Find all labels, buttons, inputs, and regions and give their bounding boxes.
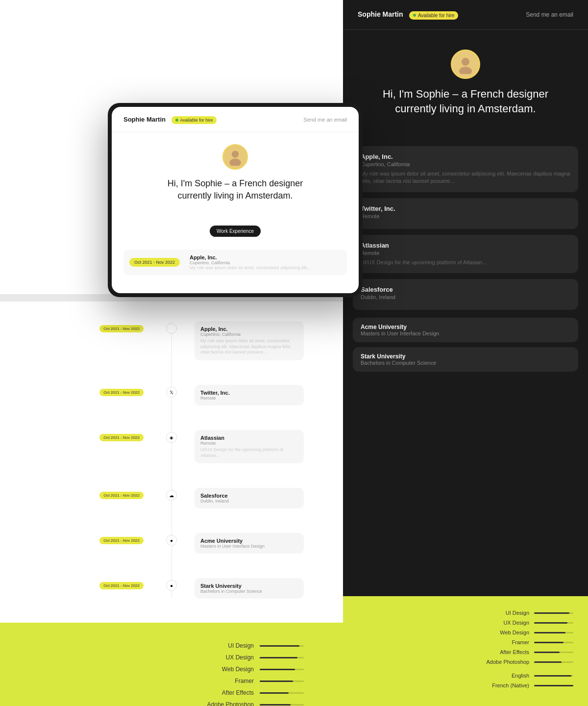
skill-row-web-design: Web Design [39,666,304,673]
dark-skill-name: Framer [480,639,529,645]
dark-skill-bar-bg [534,661,573,663]
svg-point-1 [459,67,472,74]
timeline-left-5: Oct 2021 - Nov 2022 [39,578,158,589]
dark-atlassian-desc: UI/UX Design for the upcoming platform o… [361,259,570,266]
dark-skill-bar-fill [534,652,560,653]
timeline-item-2: Oct 2021 - Nov 2022 ◈ Atlassian Remote U… [39,430,304,463]
tablet-apple-info: Apple, Inc. Cupertino, California My rol… [190,254,311,270]
timeline-location-2: Remote [200,441,298,446]
skill-bar-bg [260,692,304,694]
skill-name: Web Design [200,666,254,673]
timeline-item-3: Oct 2021 - Nov 2022 ☁ Salesforce Dublin,… [39,488,304,508]
dark-exp-card-salesforce: Salesforce Dublin, Ireland [353,279,578,310]
timeline-date-1: Oct 2021 - Nov 2022 [99,389,144,396]
dark-twitter-company: Twitter, Inc. [361,205,570,212]
dark-header: Sophie Martin Available for hire Send me… [343,0,588,30]
skill-name: UX Design [200,654,254,661]
tablet-apple-desc: My role was ipsum dolor sit amet, consec… [190,265,311,270]
dark-lang-row: English [358,673,573,679]
timeline-location-4: Masters in User Interface Design [200,544,298,549]
skill-bar-bg [260,681,304,682]
dark-header-left: Sophie Martin Available for hire [358,10,458,20]
timeline-right-5: Stark University Bachelors in Computer S… [185,578,304,599]
dark-salesforce-location: Dublin, Ireland [361,294,570,300]
timeline-location-0: Cupertino, California [200,332,298,337]
skill-row-adobe-photoshop: Adobe Photoshop [39,701,304,706]
skill-row-framer: Framer [39,678,304,684]
dark-languages-list: English French (Native) [358,673,573,688]
timeline-date-2: Oct 2021 - Nov 2022 [99,434,144,441]
skills-section: UI Design UX Design Web Design Framer Af… [0,623,343,706]
dark-skill-bar-fill [534,612,569,614]
dark-skill-bar-bg [534,642,573,643]
timeline-right-0: Apple, Inc. Cupertino, California My rol… [185,321,304,360]
dark-skill-bar-fill [534,661,562,663]
skill-bar-fill [260,645,299,647]
skill-name: UI Design [200,642,254,649]
dark-apple-company: Apple, Inc. [361,153,570,160]
dark-skill-bar-bg [534,652,573,653]
dark-skills-list: UI Design UX Design Web Design Framer Af… [358,610,573,665]
skill-name: Framer [200,678,254,684]
timeline-company-0: Apple, Inc. [200,326,298,332]
dark-exp-card-apple: Apple, Inc. Cupertino, California My rol… [353,146,578,192]
timeline-center-5: ● [158,578,185,591]
skill-bar-fill [260,704,291,706]
timeline-company-3: Salesforce [200,493,298,499]
dark-skill-bar-bg [534,612,573,614]
dark-stark-uni: Stark University [361,353,570,360]
timeline-icon-5: ● [166,580,177,591]
tablet-header-left: Sophie Martin Available for hire [123,115,217,124]
timeline-right-2: Atlassian Remote UI/UX Design for the up… [185,430,304,463]
dark-atlassian-company: Atlassian [361,242,570,249]
dot-icon [413,14,416,17]
timeline-card-4: Acme University Masters in User Interfac… [195,533,304,554]
tablet-device: Sophie Martin Available for hire Send me… [108,103,363,297]
timeline-card-1: Twitter, Inc. Remote [195,385,304,405]
dark-lang-name: French (Native) [480,682,529,688]
dark-salesforce-company: Salesforce [361,286,570,293]
dark-exp-card-twitter: Twitter, Inc. Remote [353,198,578,229]
dark-lang-name: English [480,673,529,679]
dark-acme-uni: Acme University [361,324,570,330]
timeline-desc-2: UI/UX Design for the upcoming platform o… [200,447,298,458]
tablet-tagline: Hi, I'm Sophie – a French designer curre… [123,177,347,202]
dark-skill-row: Adobe Photoshop [358,659,573,665]
tablet-header: Sophie Martin Available for hire Send me… [112,107,359,132]
svg-point-0 [462,58,469,66]
timeline-date-0: Oct 2021 - Nov 2022 [99,325,144,332]
skill-bar-bg [260,657,304,658]
dark-skill-row: After Effects [358,649,573,655]
dark-skill-bar-fill [534,642,564,643]
skill-bar-fill [260,669,295,670]
timeline-left-2: Oct 2021 - Nov 2022 [39,430,158,441]
dark-lang-bar-fill [534,685,573,686]
timeline-right-1: Twitter, Inc. Remote [185,385,304,405]
tablet-apple-location: Cupertino, California [190,260,311,265]
dark-experience-cards: Apple, Inc. Cupertino, California My rol… [343,126,588,386]
dark-skill-name: After Effects [480,649,529,655]
timeline-date-5: Oct 2021 - Nov 2022 [99,582,144,589]
timeline-location-3: Dublin, Ireland [200,499,298,504]
timeline-icon-2: ◈ [166,432,177,443]
dark-email-link[interactable]: Send me an email [526,11,573,18]
skill-bar-bg [260,704,304,706]
timeline-card-3: Salesforce Dublin, Ireland [195,488,304,508]
tablet-email-link[interactable]: Send me an email [303,117,347,123]
timeline-location-1: Remote [200,396,298,401]
dark-stark-degree: Bachelors in Computer Science [361,360,570,366]
timeline-left-0: Oct 2021 - Nov 2022 [39,321,158,332]
dark-skill-row: Web Design [358,630,573,635]
skill-bar-bg [260,645,304,647]
timeline-item-1: Oct 2021 - Nov 2022 𝕏 Twitter, Inc. Remo… [39,385,304,405]
dark-available-badge: Available for hire [409,11,458,20]
dark-panel: Sophie Martin Available for hire Send me… [343,0,588,706]
timeline-item-0: Oct 2021 - Nov 2022 Apple, Inc. Cupertin… [39,321,304,360]
timeline-company-1: Twitter, Inc. [200,390,298,396]
dark-skill-row: UX Design [358,620,573,626]
tablet-apple-company: Apple, Inc. [190,254,311,260]
timeline-icon-0 [166,323,177,334]
dark-atlassian-location: Remote [361,250,570,256]
dark-edu-card-acme: Acme University Masters in User Interfac… [353,318,578,342]
skill-row-ui-design: UI Design [39,642,304,649]
